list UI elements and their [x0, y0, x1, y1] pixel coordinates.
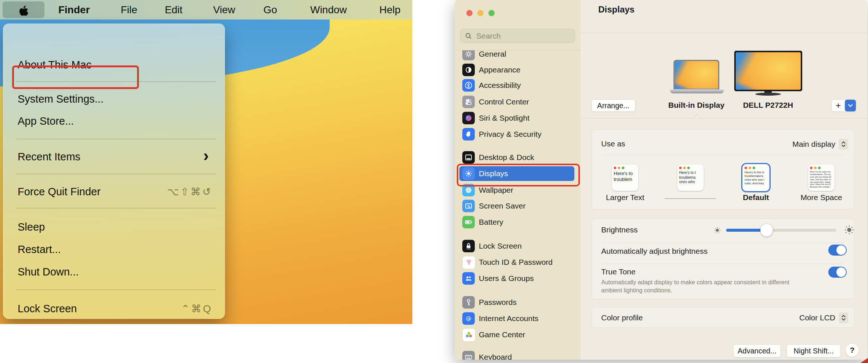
menu-item-system-settings[interactable]: System Settings... [3, 91, 225, 107]
sidebar-item-touch-id[interactable]: Touch ID & Password [455, 255, 581, 270]
menu-item-force-quit[interactable]: Force Quit Finder ⌥⇧⌘↺ [3, 184, 225, 200]
preset-more-space[interactable]: Here's to the crazy one troublemakers. T… [808, 164, 835, 191]
sidebar-label: Passwords [479, 298, 517, 307]
advanced-button[interactable]: Advanced... [733, 344, 781, 357]
sidebar-search[interactable] [460, 29, 575, 43]
preset-larger-text[interactable]: Here's to troublem [612, 164, 638, 191]
menubar-item-edit[interactable]: Edit [161, 0, 186, 19]
annotation-box-system-settings [12, 65, 139, 89]
menu-separator [16, 139, 216, 139]
menu-item-log-out[interactable]: Log Out anker... ⇧⌘Q [3, 321, 225, 324]
menu-item-label: Lock Screen [18, 303, 77, 315]
menu-item-app-store[interactable]: App Store... [3, 113, 225, 129]
left-screenshot: Finder File Edit View Go Window Help Abo… [0, 0, 412, 324]
use-as-label: Use as [601, 139, 625, 148]
sidebar-divider [455, 50, 581, 50]
sidebar-item-battery[interactable]: Battery [455, 215, 581, 229]
true-tone-description: Automatically adapt display to make colo… [601, 278, 792, 295]
toolbar-divider [581, 32, 867, 33]
sidebar-label: General [479, 50, 506, 58]
shortcut-force-quit: ⌥⇧⌘↺ [167, 186, 212, 198]
true-tone-toggle[interactable] [828, 267, 847, 278]
close-window-button[interactable] [466, 10, 473, 16]
built-in-display-label: Built-in Display [660, 101, 733, 110]
preset-medium[interactable]: Here's to t troublema ones who [677, 164, 704, 191]
menubar-item-help[interactable]: Help [376, 0, 404, 19]
color-profile-card: Color profile Color LCD [592, 307, 854, 328]
preset-dash-line [665, 198, 716, 199]
sidebar-item-screen-saver[interactable]: Screen Saver [455, 199, 581, 213]
sidebar-item-control-center[interactable]: Control Center [455, 95, 581, 109]
menubar-item-window[interactable]: Window [303, 0, 354, 19]
menu-item-label: Log Out anker... [18, 323, 93, 324]
sidebar-label: Accessibility [479, 81, 521, 90]
sidebar-item-game-center[interactable]: Game Center [455, 327, 581, 342]
sidebar-label: Appearance [479, 65, 520, 74]
menu-item-label: Recent Items [18, 151, 80, 163]
sidebar-item-privacy[interactable]: Privacy & Security [455, 127, 581, 142]
accessibility-icon [462, 79, 475, 92]
menu-item-lock-screen[interactable]: Lock Screen ⌃⌘Q [3, 300, 225, 317]
add-display-dropdown[interactable] [845, 100, 856, 111]
menu-item-recent-items[interactable]: Recent Items › [3, 149, 225, 165]
battery-icon [462, 216, 475, 228]
help-button[interactable]: ? [845, 343, 859, 357]
sidebar-header [455, 0, 581, 50]
sidebar-item-appearance[interactable]: Appearance [455, 63, 581, 77]
sidebar-item-passwords[interactable]: Passwords [455, 295, 581, 310]
search-input[interactable] [476, 31, 565, 41]
annotation-arrow-tip [860, 357, 868, 363]
use-as-select[interactable]: Main display [792, 139, 848, 150]
brightness-high-icon [844, 225, 854, 235]
zoom-window-button[interactable] [488, 10, 495, 16]
annotation-box-displays [457, 164, 580, 186]
menu-bar: Finder File Edit View Go Window Help [0, 0, 412, 19]
appearance-icon [462, 64, 475, 76]
menu-item-shut-down[interactable]: Shut Down... [3, 264, 225, 280]
color-profile-select[interactable]: Color LCD [799, 312, 848, 323]
auto-brightness-label: Automatically adjust brightness [601, 247, 707, 256]
menu-item-sleep[interactable]: Sleep [3, 219, 225, 235]
sidebar-item-internet-accounts[interactable]: @ Internet Accounts [455, 311, 581, 326]
menu-separator [16, 174, 216, 174]
sidebar-item-lock-screen[interactable]: Lock Screen [455, 239, 581, 253]
use-as-card: Use as Main display Here's to troublem [592, 129, 854, 210]
siri-icon [462, 112, 475, 124]
sidebar-item-accessibility[interactable]: Accessibility [455, 78, 581, 93]
menubar-item-finder[interactable]: Finder [53, 0, 96, 19]
sidebar-label: Users & Groups [479, 274, 534, 283]
hand-icon [462, 128, 475, 140]
laptop-base [670, 89, 724, 93]
menu-item-restart[interactable]: Restart... [3, 241, 225, 257]
apple-menu-dropdown: About This Mac System Settings... App St… [3, 24, 225, 319]
sidebar-item-siri[interactable]: Siri & Spotlight [455, 111, 581, 125]
brightness-slider-track[interactable] [726, 229, 836, 232]
key-icon [462, 296, 475, 309]
menubar-item-view[interactable]: View [209, 0, 239, 19]
menubar-item-go[interactable]: Go [261, 0, 279, 19]
settings-sidebar: General Appearance Accessibility Control… [455, 0, 581, 360]
sidebar-label: Lock Screen [479, 242, 522, 250]
built-in-display-image[interactable] [674, 60, 719, 90]
sidebar-item-users-groups[interactable]: Users & Groups [455, 271, 581, 286]
brightness-slider-knob[interactable] [760, 224, 773, 236]
arrange-button[interactable]: Arrange... [591, 99, 635, 112]
sidebar-label: Game Center [479, 330, 525, 339]
card-divider [601, 264, 845, 264]
auto-brightness-toggle[interactable] [828, 245, 847, 256]
brightness-label: Brightness [601, 225, 638, 234]
night-shift-button[interactable]: Night Shift... [786, 344, 841, 357]
menubar-item-file[interactable]: File [118, 0, 140, 19]
apple-logo-icon [18, 5, 29, 18]
sidebar-item-keyboard[interactable]: Keyboard [455, 350, 581, 360]
add-display-button[interactable]: + [831, 99, 856, 112]
sidebar-item-desktop-dock[interactable]: Desktop & Dock [455, 150, 581, 165]
minimize-window-button[interactable] [477, 10, 484, 16]
apple-menu-highlight[interactable] [3, 1, 44, 18]
desktop-dock-icon [462, 151, 475, 164]
preset-default[interactable]: Here's to the cr troublemakers. ones who… [743, 164, 769, 191]
preset-label-default: Default [727, 193, 785, 202]
plus-icon[interactable]: + [832, 100, 845, 111]
sidebar-label: Wallpaper [479, 186, 513, 195]
external-display-image[interactable] [734, 51, 802, 91]
